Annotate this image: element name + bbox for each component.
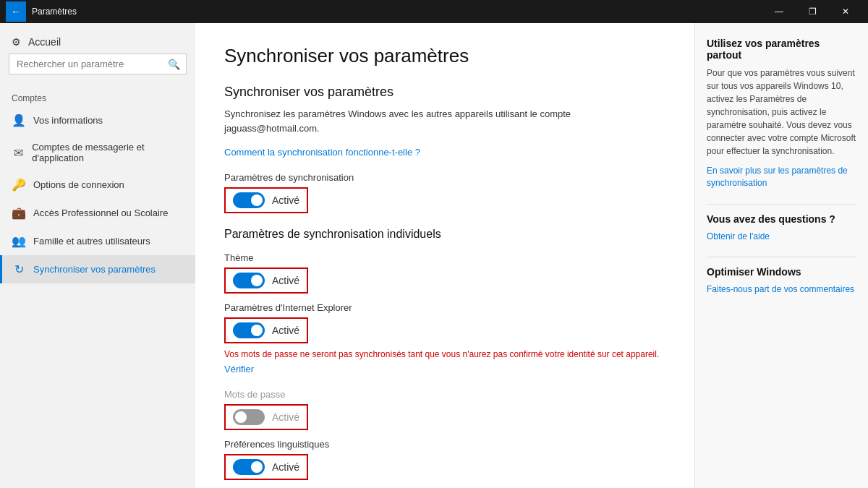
right-utiliser-title: Utilisez vos paramètres partout: [707, 38, 856, 61]
search-input[interactable]: [9, 54, 162, 74]
motsdepasse-toggle-row: Activé: [224, 404, 665, 430]
sidebar-section-comptes: Comptes: [0, 86, 195, 106]
motsdepasse-label: Mots de passe: [224, 389, 665, 400]
sidebar-item-comptes-messagerie[interactable]: ✉ Comptes de messagerie et d'application: [0, 134, 195, 171]
motsdepasse-toggle-knob: [235, 411, 247, 423]
sync-toggle-label: Paramètres de synchronisation: [224, 172, 665, 183]
accueil-label: Accueil: [28, 36, 61, 48]
theme-toggle-row: Activé: [224, 267, 665, 294]
ie-toggle-box[interactable]: Activé: [224, 317, 308, 343]
sync-toggle-switch[interactable]: [233, 192, 265, 208]
back-button[interactable]: ←: [6, 1, 26, 22]
sync-toggle-row: Activé: [224, 187, 665, 213]
search-icon: 🔍: [162, 59, 186, 70]
theme-label: Thème: [224, 252, 665, 263]
theme-toggle-knob: [251, 275, 263, 286]
right-questions-link[interactable]: Obtenir de l'aide: [707, 231, 856, 243]
title-bar: ← Paramètres — ❐ ✕: [0, 0, 868, 23]
sidebar-item-accueil[interactable]: ⚙ Accueil: [0, 30, 195, 53]
right-questions-title: Vous avez des questions ?: [707, 213, 856, 225]
theme-group: Thème Activé: [224, 252, 665, 294]
close-button[interactable]: ✕: [829, 0, 862, 23]
preferences-group: Préférences linguistiques Activé: [224, 439, 665, 480]
divider-1: [707, 204, 856, 205]
sidebar-search-box[interactable]: 🔍: [9, 53, 187, 74]
app-body: ⚙ Accueil 🔍 Comptes 👤 Vos informations ✉…: [0, 23, 868, 488]
preferences-toggle-box[interactable]: Activé: [224, 454, 308, 480]
ie-toggle-text: Activé: [272, 325, 299, 336]
sync-section-desc: Synchronisez les paramètres Windows avec…: [224, 107, 665, 135]
preferences-toggle-row: Activé: [224, 454, 665, 480]
theme-toggle-box[interactable]: Activé: [224, 267, 308, 294]
ie-toggle-row: Activé: [224, 317, 665, 343]
preferences-toggle-switch[interactable]: [233, 459, 265, 475]
restore-button[interactable]: ❐: [796, 0, 829, 23]
motsdepasse-toggle-box[interactable]: Activé: [224, 404, 308, 430]
sync-toggle-knob: [251, 194, 263, 206]
synchroniser-icon: ↻: [12, 262, 26, 276]
sync-toggle-box[interactable]: Activé: [224, 187, 308, 213]
ie-group: Paramètres d'Internet Explorer Activé Vo…: [224, 302, 665, 385]
connexion-label: Options de connexion: [33, 179, 124, 190]
preferences-toggle-text: Activé: [272, 461, 299, 473]
motsdepasse-group: Mots de passe Activé: [224, 389, 665, 430]
divider-2: [707, 257, 856, 257]
sync-section-title: Synchroniser vos paramètres: [224, 85, 665, 100]
famille-icon: 👥: [12, 234, 26, 248]
theme-toggle-switch[interactable]: [233, 273, 265, 288]
sidebar-item-acces-pro[interactable]: 💼 Accès Professionnel ou Scolaire: [0, 199, 195, 227]
sidebar-item-options-connexion[interactable]: 🔑 Options de connexion: [0, 171, 195, 199]
connexion-icon: 🔑: [12, 178, 26, 192]
sync-how-link[interactable]: Comment la synchronisation fonctionne-t-…: [224, 147, 420, 158]
vos-informations-icon: 👤: [12, 114, 26, 127]
sync-section: Synchroniser vos paramètres Synchronisez…: [224, 85, 665, 213]
motsdepasse-toggle-switch[interactable]: [233, 409, 265, 425]
individual-section-title: Paramètres de synchronisation individuel…: [224, 228, 665, 241]
title-bar-title: Paramètres: [32, 7, 77, 17]
right-optimiser-link[interactable]: Faites-nous part de vos commentaires: [707, 283, 856, 296]
sidebar: ⚙ Accueil 🔍 Comptes 👤 Vos informations ✉…: [0, 23, 195, 488]
sidebar-item-famille[interactable]: 👥 Famille et autres utilisateurs: [0, 227, 195, 255]
individual-section: Paramètres de synchronisation individuel…: [224, 228, 665, 480]
ie-warning-text: Vos mots de passe ne seront pas synchron…: [224, 348, 665, 361]
title-bar-left: ← Paramètres: [6, 1, 77, 22]
sync-toggle-text: Activé: [272, 194, 299, 206]
messagerie-label: Comptes de messagerie et d'application: [32, 142, 184, 163]
acces-icon: 💼: [12, 206, 26, 220]
synchroniser-label: Synchroniser vos paramètres: [33, 264, 156, 275]
sidebar-item-synchroniser[interactable]: ↻ Synchroniser vos paramètres: [0, 255, 195, 283]
accueil-icon: ⚙: [12, 36, 21, 48]
sidebar-item-vos-informations[interactable]: 👤 Vos informations: [0, 106, 195, 134]
verifier-link[interactable]: Vérifier: [224, 364, 254, 374]
theme-toggle-text: Activé: [272, 275, 299, 286]
right-optimiser-title: Optimiser Windows: [707, 266, 856, 278]
page-title: Synchroniser vos paramètres: [224, 45, 665, 67]
motsdepasse-toggle-text: Activé: [272, 411, 299, 423]
right-utiliser-link[interactable]: En savoir plus sur les paramètres de syn…: [707, 165, 856, 189]
minimize-button[interactable]: —: [762, 0, 796, 23]
right-panel: Utilisez vos paramètres partout Pour que…: [694, 23, 868, 488]
famille-label: Famille et autres utilisateurs: [33, 236, 150, 247]
right-utiliser-desc: Pour que vos paramètres vous suivent sur…: [707, 67, 856, 158]
ie-toggle-knob: [251, 325, 263, 336]
preferences-label: Préférences linguistiques: [224, 439, 665, 450]
messagerie-icon: ✉: [12, 146, 25, 160]
acces-label: Accès Professionnel ou Scolaire: [33, 207, 168, 218]
ie-label: Paramètres d'Internet Explorer: [224, 302, 665, 313]
main-content: Synchroniser vos paramètres Synchroniser…: [195, 23, 694, 488]
ie-toggle-switch[interactable]: [233, 322, 265, 338]
title-bar-controls: — ❐ ✕: [762, 0, 862, 23]
preferences-toggle-knob: [251, 461, 263, 473]
vos-informations-label: Vos informations: [33, 115, 103, 126]
